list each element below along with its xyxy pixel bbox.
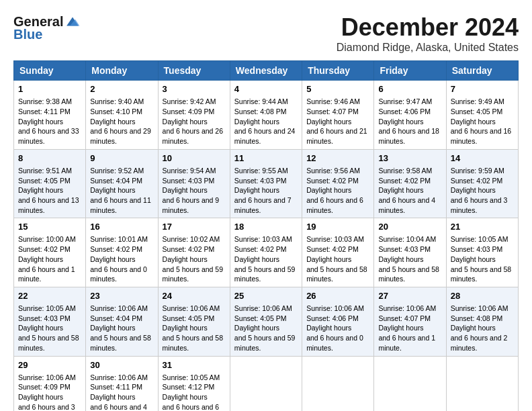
- sunrise-text: Sunrise: 9:54 AM: [163, 167, 216, 175]
- col-tuesday: Tuesday: [158, 61, 230, 81]
- daylight-value: and 5 hours and 58 minutes.: [306, 265, 367, 283]
- day-number: 13: [378, 152, 441, 165]
- daylight-value: and 6 hours and 18 minutes.: [378, 127, 439, 145]
- daylight-value: and 6 hours and 4 minutes.: [378, 196, 435, 214]
- daylight-text: Daylight hours: [163, 393, 208, 401]
- daylight-text: Daylight hours: [234, 118, 279, 126]
- daylight-value: and 6 hours and 33 minutes.: [18, 127, 79, 145]
- calendar-cell: 15Sunrise: 10:00 AMSunset: 4:02 PMDaylig…: [14, 218, 86, 287]
- sunset-text: Sunset: 4:11 PM: [18, 107, 71, 116]
- sunrise-text: Sunrise: 9:55 AM: [234, 167, 288, 175]
- daylight-text: Daylight hours: [378, 324, 423, 332]
- day-number: 19: [306, 221, 369, 233]
- sunset-text: Sunset: 4:03 PM: [163, 177, 215, 185]
- calendar-cell: 9Sunrise: 9:52 AMSunset: 4:04 PMDaylight…: [86, 149, 158, 218]
- calendar-cell: 19Sunrise: 10:03 AMSunset: 4:02 PMDaylig…: [302, 218, 374, 287]
- daylight-value: and 6 hours and 2 minutes.: [451, 334, 508, 352]
- daylight-value: and 6 hours and 1 minute.: [378, 334, 435, 352]
- daylight-text: Daylight hours: [163, 255, 208, 263]
- sunrise-text: Sunrise: 9:49 AM: [451, 97, 504, 105]
- col-thursday: Thursday: [302, 61, 374, 81]
- sunset-text: Sunset: 4:06 PM: [378, 107, 431, 116]
- calendar-cell: 21Sunrise: 10:05 AMSunset: 4:03 PMDaylig…: [446, 218, 518, 287]
- daylight-text: Daylight hours: [306, 186, 351, 194]
- sunset-text: Sunset: 4:05 PM: [163, 314, 215, 322]
- sunset-text: Sunset: 4:02 PM: [306, 177, 359, 185]
- daylight-text: Daylight hours: [163, 324, 208, 332]
- daylight-value: and 6 hours and 21 minutes.: [306, 127, 367, 145]
- sunset-text: Sunset: 4:12 PM: [163, 383, 215, 391]
- day-number: 9: [90, 152, 153, 165]
- daylight-value: and 5 hours and 59 minutes.: [163, 265, 224, 283]
- daylight-value: and 6 hours and 0 minutes.: [90, 265, 147, 283]
- daylight-text: Daylight hours: [306, 255, 351, 263]
- daylight-text: Daylight hours: [18, 393, 63, 401]
- col-wednesday: Wednesday: [230, 61, 302, 81]
- sunset-text: Sunset: 4:08 PM: [451, 314, 503, 322]
- sunset-text: Sunset: 4:05 PM: [18, 177, 71, 185]
- daylight-value: and 6 hours and 13 minutes.: [18, 196, 79, 214]
- sunrise-text: Sunrise: 9:59 AM: [451, 167, 504, 175]
- day-number: 3: [163, 83, 226, 95]
- sunrise-text: Sunrise: 10:06 AM: [90, 373, 148, 381]
- daylight-value: and 5 hours and 58 minutes.: [90, 334, 151, 352]
- day-number: 5: [306, 83, 369, 95]
- daylight-value: and 6 hours and 1 minute.: [18, 265, 75, 283]
- calendar-cell: 27Sunrise: 10:06 AMSunset: 4:07 PMDaylig…: [374, 287, 446, 356]
- sunrise-text: Sunrise: 10:06 AM: [306, 304, 364, 312]
- daylight-text: Daylight hours: [18, 255, 63, 263]
- daylight-text: Daylight hours: [451, 118, 496, 126]
- calendar-cell: 13Sunrise: 9:58 AMSunset: 4:02 PMDayligh…: [374, 149, 446, 218]
- calendar-table: Sunday Monday Tuesday Wednesday Thursday…: [13, 60, 519, 411]
- sunset-text: Sunset: 4:07 PM: [306, 107, 359, 116]
- day-number: 10: [163, 152, 226, 165]
- sunrise-text: Sunrise: 10:02 AM: [163, 235, 220, 243]
- col-friday: Friday: [374, 61, 446, 81]
- day-number: 14: [451, 152, 514, 165]
- daylight-text: Daylight hours: [451, 255, 496, 263]
- header-row: Sunday Monday Tuesday Wednesday Thursday…: [14, 61, 519, 81]
- calendar-cell: 28Sunrise: 10:06 AMSunset: 4:08 PMDaylig…: [446, 287, 518, 356]
- day-number: 21: [451, 221, 514, 233]
- sunrise-text: Sunrise: 9:56 AM: [306, 167, 360, 175]
- sunset-text: Sunset: 4:02 PM: [378, 177, 431, 185]
- sunrise-text: Sunrise: 10:06 AM: [163, 304, 220, 312]
- logo-icon: [64, 13, 81, 30]
- daylight-text: Daylight hours: [163, 186, 208, 194]
- daylight-text: Daylight hours: [306, 118, 351, 126]
- calendar-cell: 8Sunrise: 9:51 AMSunset: 4:05 PMDaylight…: [14, 149, 86, 218]
- daylight-value: and 6 hours and 3 minutes.: [18, 403, 75, 411]
- sunrise-text: Sunrise: 10:04 AM: [378, 235, 436, 243]
- daylight-value: and 6 hours and 11 minutes.: [90, 196, 151, 214]
- sunset-text: Sunset: 4:02 PM: [234, 245, 287, 253]
- calendar-cell: 1Sunrise: 9:38 AMSunset: 4:11 PMDaylight…: [14, 81, 86, 150]
- calendar-cell: [446, 356, 518, 411]
- sunrise-text: Sunrise: 10:00 AM: [18, 235, 76, 243]
- sunset-text: Sunset: 4:09 PM: [163, 107, 215, 116]
- day-number: 31: [163, 359, 226, 371]
- calendar-cell: 29Sunrise: 10:06 AMSunset: 4:09 PMDaylig…: [14, 356, 86, 411]
- day-number: 29: [18, 359, 81, 371]
- sunset-text: Sunset: 4:09 PM: [18, 383, 71, 391]
- sunrise-text: Sunrise: 10:06 AM: [90, 304, 148, 312]
- day-number: 16: [90, 221, 153, 233]
- day-number: 1: [18, 83, 81, 95]
- day-number: 15: [18, 221, 81, 233]
- sunrise-text: Sunrise: 10:05 AM: [18, 304, 76, 312]
- calendar-cell: 20Sunrise: 10:04 AMSunset: 4:03 PMDaylig…: [374, 218, 446, 287]
- sunset-text: Sunset: 4:11 PM: [90, 383, 142, 391]
- sunrise-text: Sunrise: 9:51 AM: [18, 167, 72, 175]
- sunset-text: Sunset: 4:03 PM: [18, 314, 71, 322]
- daylight-value: and 5 hours and 58 minutes.: [378, 265, 439, 283]
- daylight-text: Daylight hours: [234, 255, 279, 263]
- calendar-cell: 2Sunrise: 9:40 AMSunset: 4:10 PMDaylight…: [86, 81, 158, 150]
- calendar-cell: 26Sunrise: 10:06 AMSunset: 4:06 PMDaylig…: [302, 287, 374, 356]
- daylight-text: Daylight hours: [90, 324, 135, 332]
- daylight-value: and 5 hours and 58 minutes.: [451, 265, 512, 283]
- calendar-cell: 14Sunrise: 9:59 AMSunset: 4:02 PMDayligh…: [446, 149, 518, 218]
- sunrise-text: Sunrise: 10:05 AM: [451, 235, 508, 243]
- daylight-text: Daylight hours: [306, 324, 351, 332]
- day-number: 22: [18, 290, 81, 302]
- sunrise-text: Sunrise: 10:03 AM: [306, 235, 364, 243]
- day-number: 7: [451, 83, 514, 95]
